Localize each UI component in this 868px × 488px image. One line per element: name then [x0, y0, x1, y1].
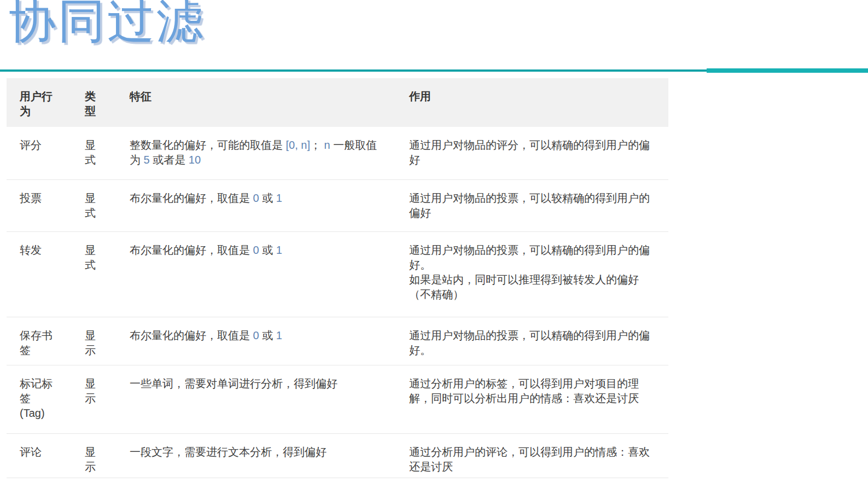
cell-effect: 通过用户对物品的投票，可以精确的得到用户的偏好。 如果是站内，同时可以推理得到被… — [409, 231, 668, 317]
cell-type: 显式 — [85, 231, 130, 317]
table-header-row: 用户行为 类型 特征 作用 — [7, 78, 668, 127]
feature-segment-number: n — [324, 139, 330, 151]
behavior-table-container: 用户行为 类型 特征 作用 评分 显式 整数量化的偏好，可能的取值是 [0, n… — [7, 78, 668, 478]
feature-segment-text: 或 — [259, 244, 276, 256]
feature-segment-text: 或 — [259, 192, 276, 204]
cell-behavior: 投票 — [7, 179, 85, 231]
feature-segment-text: 布尔量化的偏好，取值是 — [130, 192, 253, 204]
cell-behavior: 保存书签 — [7, 317, 85, 365]
page-title: 协同过滤 — [9, 0, 206, 51]
feature-segment-text: 或者是 — [150, 154, 189, 166]
cell-effect: 通过分析用户的标签，可以得到用户对项目的理解，同时可以分析出用户的情感：喜欢还是… — [409, 365, 668, 433]
table-row: 评分 显式 整数量化的偏好，可能的取值是 [0, n]； n 一般取值为 5 或… — [7, 127, 668, 179]
feature-segment-text: 一些单词，需要对单词进行分析，得到偏好 — [130, 377, 337, 390]
cell-feature: 一些单词，需要对单词进行分析，得到偏好 — [130, 365, 409, 433]
table-row: 评论 显示 一段文字，需要进行文本分析，得到偏好 通过分析用户的评论，可以得到用… — [7, 433, 668, 478]
feature-segment-number: 1 — [276, 244, 282, 256]
cell-behavior: 评分 — [7, 127, 85, 179]
feature-segment-number: 0 — [253, 192, 259, 204]
cell-type: 显式 — [85, 179, 130, 231]
feature-segment-number: [0, n] — [286, 139, 310, 151]
feature-segment-number: 1 — [276, 192, 282, 204]
cell-effect: 通过分析用户的评论，可以得到用户的情感：喜欢还是讨厌 — [409, 433, 668, 478]
title-divider-right — [707, 68, 868, 73]
cell-type: 显示 — [85, 317, 130, 365]
feature-segment-text: 一段文字，需要进行文本分析，得到偏好 — [130, 446, 327, 458]
column-header-effect: 作用 — [409, 78, 668, 127]
cell-effect: 通过用户对物品的投票，可以较精确的得到用户的偏好 — [409, 179, 668, 231]
slide: 协同过滤 用户行为 类型 特征 作用 评分 显式 整数量化的偏好，可能的取值是 … — [0, 0, 868, 488]
cell-type: 显示 — [85, 433, 130, 478]
table-row: 转发 显式 布尔量化的偏好，取值是 0 或 1 通过用户对物品的投票，可以精确的… — [7, 231, 668, 317]
feature-segment-text: ； — [310, 139, 324, 151]
feature-segment-number: 1 — [276, 329, 282, 341]
cell-effect: 通过用户对物品的投票，可以精确的得到用户的偏好。 — [409, 317, 668, 365]
cell-effect: 通过用户对物品的评分，可以精确的得到用户的偏好 — [409, 127, 668, 179]
cell-feature: 整数量化的偏好，可能的取值是 [0, n]； n 一般取值为 5 或者是 10 — [130, 127, 409, 179]
feature-segment-number: 5 — [144, 154, 150, 166]
feature-segment-text: 布尔量化的偏好，取值是 — [130, 244, 253, 256]
table-row: 标记标签 (Tag) 显示 一些单词，需要对单词进行分析，得到偏好 通过分析用户… — [7, 365, 668, 433]
cell-behavior: 评论 — [7, 433, 85, 478]
column-header-feature: 特征 — [130, 78, 409, 127]
column-header-type: 类型 — [85, 78, 130, 127]
table-row: 投票 显式 布尔量化的偏好，取值是 0 或 1 通过用户对物品的投票，可以较精确… — [7, 179, 668, 231]
user-behavior-table: 用户行为 类型 特征 作用 评分 显式 整数量化的偏好，可能的取值是 [0, n… — [7, 78, 668, 478]
feature-segment-text: 或 — [259, 329, 276, 341]
feature-segment-number: 0 — [253, 244, 259, 256]
title-divider-left — [0, 69, 707, 72]
cell-behavior: 标记标签 (Tag) — [7, 365, 85, 433]
column-header-behavior: 用户行为 — [7, 78, 85, 127]
feature-segment-number: 10 — [189, 154, 201, 166]
cell-feature: 布尔量化的偏好，取值是 0 或 1 — [130, 231, 409, 317]
cell-feature: 布尔量化的偏好，取值是 0 或 1 — [130, 317, 409, 365]
table-row: 保存书签 显示 布尔量化的偏好，取值是 0 或 1 通过用户对物品的投票，可以精… — [7, 317, 668, 365]
cell-type: 显式 — [85, 127, 130, 179]
cell-feature: 一段文字，需要进行文本分析，得到偏好 — [130, 433, 409, 478]
cell-behavior: 转发 — [7, 231, 85, 317]
feature-segment-text: 布尔量化的偏好，取值是 — [130, 329, 253, 341]
cell-type: 显示 — [85, 365, 130, 433]
cell-feature: 布尔量化的偏好，取值是 0 或 1 — [130, 179, 409, 231]
feature-segment-number: 0 — [253, 329, 259, 341]
feature-segment-text: 整数量化的偏好，可能的取值是 — [130, 139, 286, 151]
